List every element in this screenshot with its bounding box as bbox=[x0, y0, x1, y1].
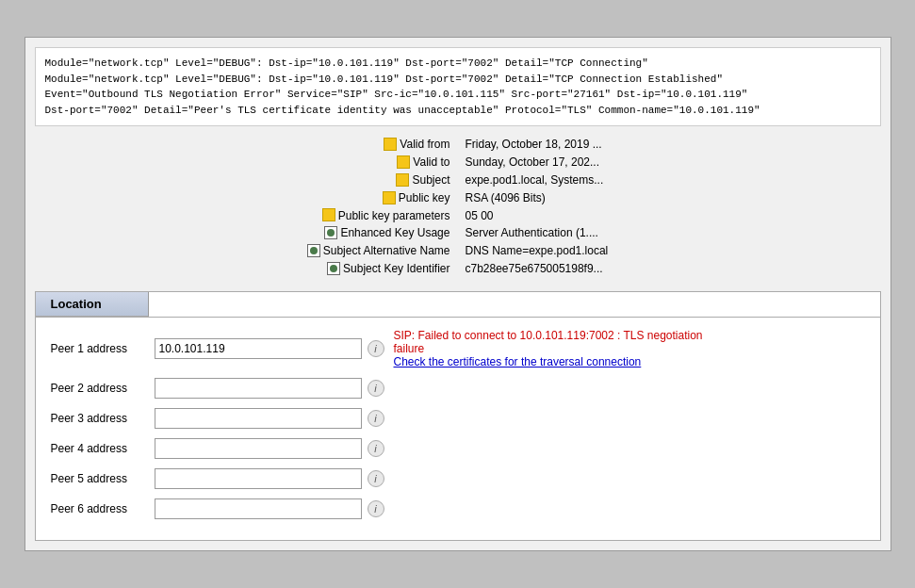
log-line-4: Dst-port="7002" Detail="Peer's TLS certi… bbox=[45, 103, 871, 119]
log-line-3: Event="Outbound TLS Negotiation Error" S… bbox=[45, 87, 871, 103]
info-icon-3[interactable]: i bbox=[368, 410, 384, 427]
yellow-icon bbox=[396, 173, 409, 187]
cert-row: Public key parameters05 00 bbox=[300, 207, 616, 225]
peer-row: Peer 5 addressi bbox=[51, 468, 865, 489]
peer-row: Peer 1 addressiSIP: Failed to connect to… bbox=[51, 329, 865, 368]
peer-input-4[interactable] bbox=[155, 438, 362, 459]
peer-input-6[interactable] bbox=[155, 498, 362, 519]
cert-row: Enhanced Key UsageServer Authentication … bbox=[300, 224, 616, 242]
cert-row: Valid toSunday, October 17, 202... bbox=[300, 154, 616, 172]
log-section: Module="network.tcp" Level="DEBUG": Dst-… bbox=[35, 47, 881, 126]
peer-input-3[interactable] bbox=[155, 408, 362, 429]
info-icon-6[interactable]: i bbox=[368, 500, 384, 517]
peer-input-5[interactable] bbox=[155, 468, 362, 489]
location-tab[interactable]: Location bbox=[36, 292, 149, 317]
peer-row: Peer 2 addressi bbox=[51, 378, 865, 399]
cert-row: Public keyRSA (4096 Bits) bbox=[300, 189, 616, 207]
error-text: SIP: Failed to connect to 10.0.101.119:7… bbox=[394, 329, 703, 355]
cert-value: RSA (4096 Bits) bbox=[457, 189, 615, 207]
location-content: Peer 1 addressiSIP: Failed to connect to… bbox=[36, 318, 880, 540]
info-icon-1[interactable]: i bbox=[368, 340, 384, 357]
cert-label: Subject Key Identifier bbox=[343, 262, 449, 275]
cert-value: Friday, October 18, 2019 ... bbox=[457, 136, 615, 154]
error-link[interactable]: Check the certificates for the traversal… bbox=[394, 355, 733, 368]
peer-row: Peer 3 addressi bbox=[51, 408, 865, 429]
cert-value: Server Authentication (1.... bbox=[457, 224, 615, 242]
yellow-icon bbox=[322, 208, 335, 221]
tab-bar: Location bbox=[36, 292, 880, 318]
peer-label: Peer 5 address bbox=[51, 472, 155, 485]
green-icon bbox=[327, 262, 340, 275]
green-icon bbox=[307, 244, 320, 257]
cert-label-cell: Public key parameters bbox=[300, 207, 458, 225]
cert-value: c7b28ee75e675005198f9... bbox=[457, 260, 615, 278]
peer-label: Peer 2 address bbox=[51, 382, 155, 395]
location-section: Location Peer 1 addressiSIP: Failed to c… bbox=[35, 291, 881, 541]
peer-label: Peer 4 address bbox=[51, 442, 155, 455]
cert-label-cell: Subject bbox=[300, 172, 458, 189]
cert-label-cell: Subject Key Identifier bbox=[300, 260, 458, 278]
cert-row: Subject Alternative NameDNS Name=expe.po… bbox=[300, 242, 616, 260]
cert-label: Subject Alternative Name bbox=[323, 244, 450, 257]
peer-label: Peer 3 address bbox=[51, 412, 155, 425]
log-line-2: Module="network.tcp" Level="DEBUG": Dst-… bbox=[45, 72, 871, 88]
cert-label: Valid from bbox=[400, 138, 449, 151]
cert-label-cell: Valid from bbox=[300, 136, 458, 154]
cert-row: Valid fromFriday, October 18, 2019 ... bbox=[300, 136, 616, 154]
error-message: SIP: Failed to connect to 10.0.101.119:7… bbox=[394, 329, 733, 368]
cert-label: Enhanced Key Usage bbox=[340, 226, 449, 239]
cert-row: Subjectexpe.pod1.local, Systems... bbox=[300, 172, 616, 189]
cert-label-cell: Subject Alternative Name bbox=[300, 242, 458, 260]
cert-label: Valid to bbox=[413, 155, 449, 169]
cert-label: Subject bbox=[412, 173, 449, 187]
cert-table: Valid fromFriday, October 18, 2019 ...Va… bbox=[300, 136, 616, 278]
cert-value: Sunday, October 17, 202... bbox=[457, 154, 615, 172]
cert-label-cell: Public key bbox=[300, 189, 458, 207]
info-icon-5[interactable]: i bbox=[368, 470, 384, 487]
peer-label: Peer 6 address bbox=[51, 502, 155, 515]
peer-row: Peer 4 addressi bbox=[51, 438, 865, 459]
info-icon-2[interactable]: i bbox=[368, 380, 384, 397]
log-line-1: Module="network.tcp" Level="DEBUG": Dst-… bbox=[45, 56, 871, 72]
cert-label: Public key bbox=[399, 191, 450, 204]
cert-value: 05 00 bbox=[457, 207, 615, 225]
cert-value: expe.pod1.local, Systems... bbox=[457, 172, 615, 189]
cert-label-cell: Enhanced Key Usage bbox=[300, 224, 458, 242]
yellow-icon bbox=[383, 191, 396, 204]
cert-value: DNS Name=expe.pod1.local bbox=[457, 242, 615, 260]
cert-row: Subject Key Identifierc7b28ee75e67500519… bbox=[300, 260, 616, 278]
cert-label-cell: Valid to bbox=[300, 154, 458, 172]
info-icon-4[interactable]: i bbox=[368, 440, 384, 457]
peer-input-1[interactable] bbox=[155, 338, 362, 359]
peer-label: Peer 1 address bbox=[51, 342, 155, 355]
green-icon bbox=[324, 226, 337, 239]
yellow-icon bbox=[384, 138, 397, 151]
peer-row: Peer 6 addressi bbox=[51, 498, 865, 519]
yellow-icon bbox=[397, 155, 410, 169]
peer-input-2[interactable] bbox=[155, 378, 362, 399]
main-container: Module="network.tcp" Level="DEBUG": Dst-… bbox=[25, 37, 891, 551]
cert-label: Public key parameters bbox=[338, 209, 450, 222]
